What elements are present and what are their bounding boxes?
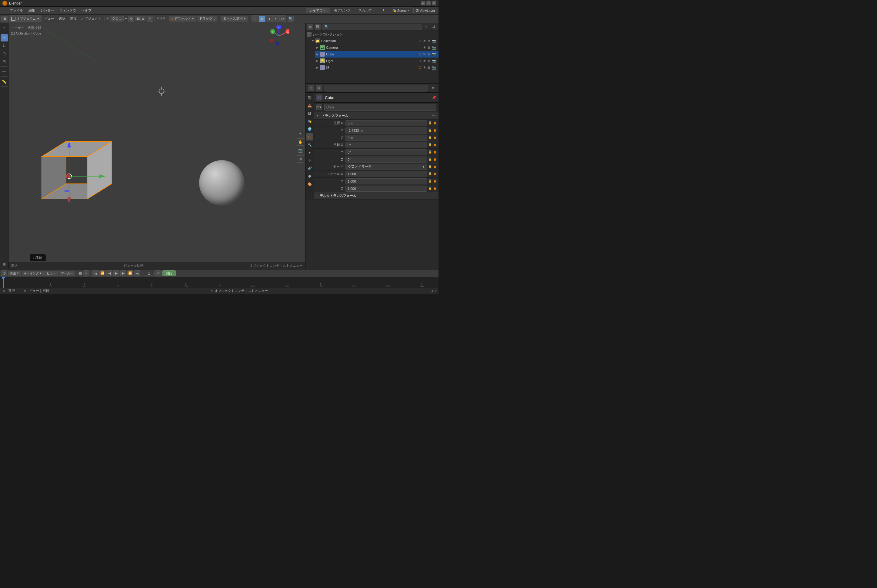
data-block-name-input[interactable]: Cube: [324, 104, 436, 111]
pos-x-input[interactable]: 0 m: [346, 120, 427, 126]
outliner-display-icon[interactable]: 🖼: [314, 24, 320, 30]
workspace-tab-modeling[interactable]: モデリング: [330, 8, 354, 14]
rendered-shade-btn[interactable]: ●: [272, 15, 279, 22]
camera-viewport-icon[interactable]: 🖥: [427, 46, 431, 50]
jump-next-key-btn[interactable]: ⏩: [127, 270, 133, 276]
props-display-btn[interactable]: 🖼: [316, 85, 322, 91]
sphere-type-icon[interactable]: ⬡: [418, 66, 421, 70]
cube-object-3d[interactable]: [27, 123, 114, 214]
solid-shade-btn[interactable]: ◼: [259, 15, 265, 22]
pin-icon[interactable]: 📌: [432, 96, 436, 100]
menu-help[interactable]: ヘルプ: [79, 8, 94, 14]
rot-z-input[interactable]: 0°: [346, 156, 427, 163]
select-menu[interactable]: 選択: [57, 16, 67, 21]
blender-menu-logo[interactable]: [1, 8, 7, 14]
light-visible-icon[interactable]: 👁: [423, 59, 426, 63]
props-tab-render[interactable]: 🎬: [306, 94, 313, 101]
object-mode-dropdown[interactable]: オブジェク... ▼: [9, 15, 42, 22]
pos-z-input[interactable]: 0 m: [346, 135, 427, 141]
axis-gizmo[interactable]: Z X Y: [268, 26, 289, 46]
rot-mode-dropdown[interactable]: XYZ オイラー角 ▼: [346, 164, 427, 170]
frame-options-btn[interactable]: ⏱: [155, 270, 161, 276]
playback-dropdown[interactable]: 再生 ▼: [8, 271, 21, 276]
pan-btn[interactable]: ✋: [297, 138, 304, 146]
move-tool[interactable]: ✛: [1, 34, 8, 42]
pos-y-lock[interactable]: 🔒: [428, 128, 432, 133]
viewlayer-picker[interactable]: 🖼 ViewLayer: [413, 8, 437, 14]
scene-picker[interactable]: 🎭 Scene ✕: [390, 8, 412, 14]
transform-options-btn[interactable]: ···: [432, 113, 436, 118]
jump-prev-key-btn[interactable]: ⏪: [99, 270, 105, 276]
outliner-scene-collection[interactable]: 🎬 シーンコレクション: [305, 31, 438, 38]
outliner-sync-btn[interactable]: ⇄: [431, 24, 437, 30]
sphere-viewport-icon[interactable]: 🖥: [427, 66, 431, 70]
zoom-in-btn[interactable]: +: [297, 130, 304, 137]
proportional-btn[interactable]: ◎: [147, 16, 153, 22]
extra-shade-btn[interactable]: ∧∨: [280, 15, 286, 22]
light-viewport-icon[interactable]: 🖥: [427, 59, 431, 63]
rot-y-dot[interactable]: [434, 151, 436, 153]
scale-z-dot[interactable]: [434, 188, 436, 190]
outliner-filter-btn[interactable]: ▽: [423, 24, 429, 30]
view-menu[interactable]: ビュー: [42, 16, 56, 21]
add-menu[interactable]: 追加: [68, 16, 78, 21]
global-dropdown[interactable]: グロ...: [110, 16, 123, 21]
menu-edit[interactable]: 編集: [26, 8, 38, 14]
current-frame-display[interactable]: 1: [144, 271, 155, 276]
jump-start-btn[interactable]: ⏮: [92, 270, 98, 276]
keying-dropdown[interactable]: キーイング ▼: [22, 271, 44, 276]
light-render-icon[interactable]: 📷: [432, 59, 436, 63]
props-tab-scene[interactable]: 🎭: [306, 117, 313, 125]
outliner-collection[interactable]: ▼ 📁 Collection ☑ 👁 🖥 📷: [310, 38, 438, 44]
cursor-tool[interactable]: ✛: [1, 24, 8, 32]
props-tab-view[interactable]: 🖼: [306, 110, 313, 117]
props-tab-output[interactable]: 📤: [306, 102, 313, 109]
rot-x-dot[interactable]: [434, 144, 436, 146]
collection-checkbox-icon[interactable]: ☑: [418, 39, 421, 43]
drag-dropdown[interactable]: ドラッグ...: [197, 16, 217, 21]
add-cube-tool[interactable]: ⊞: [1, 261, 8, 268]
collection-viewport-icon[interactable]: 🖥: [427, 39, 431, 43]
minimize-button[interactable]: —: [421, 1, 425, 6]
props-tab-world[interactable]: 🌍: [306, 125, 313, 133]
props-arrow-btn[interactable]: ▼: [430, 85, 436, 91]
scale-y-lock[interactable]: 🔒: [428, 179, 432, 183]
wireframe-shade-btn[interactable]: ◻: [251, 15, 258, 22]
timeline-marker-btn[interactable]: マーカー: [59, 271, 75, 276]
menu-render[interactable]: レンダー: [38, 8, 56, 14]
playhead[interactable]: [3, 278, 4, 288]
rot-z-dot[interactable]: [434, 158, 436, 161]
collection-visible-icon[interactable]: 👁: [423, 39, 426, 43]
props-tab-material[interactable]: 🎨: [306, 180, 313, 188]
data-block-type-dropdown[interactable]: ⬡▼: [316, 105, 322, 110]
outliner-light[interactable]: ▶ 💡 Light ○ 👁 🖥 📷: [315, 57, 438, 64]
3d-viewport[interactable]: ユーザー・透視投影 (1) Collection | Cube Z X Y: [9, 23, 305, 269]
select-mode-dropdown[interactable]: ボックス選択 ▼: [221, 16, 248, 21]
scale-y-dot[interactable]: [434, 180, 436, 183]
object-menu[interactable]: オブジェクト: [80, 16, 103, 21]
camera-render-icon[interactable]: 📷: [432, 46, 436, 50]
timeline-ruler[interactable]: 1 20 40 60 80 100: [0, 278, 438, 288]
start-playback-btn[interactable]: 開始: [162, 270, 176, 276]
rot-y-lock[interactable]: 🔒: [428, 150, 432, 154]
pos-x-dot[interactable]: [434, 122, 436, 124]
workspace-tab-l[interactable]: l: [379, 8, 387, 14]
maximize-button[interactable]: □: [426, 1, 431, 6]
cube-viewport-icon[interactable]: 🖥: [427, 52, 431, 56]
rot-mode-dot[interactable]: [434, 166, 436, 168]
menu-file[interactable]: ファイル: [7, 8, 26, 14]
jump-end-btn[interactable]: ⏭: [134, 270, 140, 276]
props-tab-particles[interactable]: ✦: [306, 149, 313, 156]
scale-z-lock[interactable]: 🔒: [428, 186, 432, 191]
props-tab-data[interactable]: ⬢: [306, 172, 313, 180]
outliner-sphere[interactable]: ▶ ⬡ 球 ⬡ 👁 🖥 📷: [315, 64, 438, 71]
cube-visible-icon[interactable]: 👁: [423, 52, 426, 56]
pos-y-dot[interactable]: [434, 129, 436, 132]
sphere-visible-icon[interactable]: 👁: [423, 66, 426, 70]
coord-dropdown[interactable]: ⊕ デフォルト ▼: [169, 16, 196, 21]
rot-y-input[interactable]: 0°: [346, 149, 427, 155]
quad-view-btn[interactable]: ⊞: [297, 155, 304, 163]
scale-x-input[interactable]: 1.000: [346, 171, 427, 177]
delta-section-header[interactable]: › デルタトランスフォーム: [314, 192, 438, 200]
annotate-tool[interactable]: ✏: [1, 68, 8, 75]
